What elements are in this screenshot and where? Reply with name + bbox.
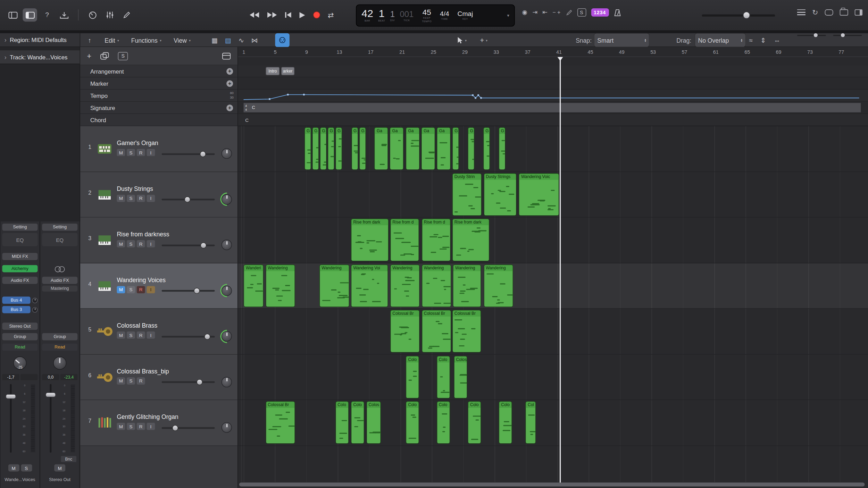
- midi-region[interactable]: Dusty Strin: [452, 173, 482, 216]
- midi-region[interactable]: Colos: [454, 356, 467, 398]
- list-editors-icon[interactable]: [797, 9, 806, 16]
- metronome-icon[interactable]: [614, 9, 621, 16]
- marker-lane[interactable]: [238, 77, 868, 90]
- midi-region[interactable]: Colo: [436, 402, 450, 444]
- chord-lane[interactable]: C: [238, 114, 868, 126]
- track-volume-slider[interactable]: [162, 379, 215, 386]
- channel-fader[interactable]: 0612182430364860: [42, 383, 77, 454]
- record-enable-button[interactable]: R: [137, 240, 145, 247]
- midi-region[interactable]: Wandering: [422, 264, 451, 307]
- mute-button[interactable]: M: [117, 149, 125, 156]
- hide-toolbar-icon[interactable]: ↑: [88, 33, 92, 47]
- midi-region[interactable]: G: [468, 127, 474, 170]
- slider-thumb[interactable]: [172, 425, 178, 431]
- midi-region[interactable]: Colo: [436, 356, 450, 398]
- rewind-button[interactable]: [249, 11, 259, 18]
- automation-icon[interactable]: ∿: [239, 36, 244, 44]
- midi-region[interactable]: Colossal Br: [390, 310, 420, 353]
- quick-help-button[interactable]: ?: [40, 8, 54, 22]
- track-lane-6[interactable]: ColoColoColos: [238, 355, 868, 401]
- record-enable-button[interactable]: R: [137, 195, 145, 202]
- midi-region[interactable]: Rise from d: [422, 219, 450, 261]
- input-monitor-button[interactable]: I: [147, 240, 155, 247]
- track-header-5[interactable]: 5Colossal BrassMSRI: [80, 309, 237, 355]
- midi-region[interactable]: G: [351, 127, 358, 170]
- library-toggle-button[interactable]: [6, 8, 20, 22]
- monitoring-icon[interactable]: ◉: [522, 9, 527, 16]
- mute-button[interactable]: M: [117, 240, 125, 247]
- lcd-mode-chevron-icon[interactable]: ▾: [507, 13, 509, 18]
- send-slot[interactable]: Bus 4: [2, 297, 37, 304]
- midi-region[interactable]: Colo: [335, 402, 349, 444]
- strip-solo-button[interactable]: S: [21, 464, 32, 472]
- midi-region[interactable]: Ga: [375, 127, 388, 170]
- input-monitor-button[interactable]: I: [147, 149, 155, 156]
- channel-pan-knob[interactable]: [53, 356, 66, 370]
- midi-region[interactable]: G: [304, 127, 311, 170]
- record-enable-button[interactable]: R: [137, 286, 145, 293]
- track-header-4[interactable]: 4Wandering VoicesMSRI: [80, 263, 237, 309]
- midi-region[interactable]: Rise from dark: [452, 219, 489, 261]
- notes-icon[interactable]: [825, 9, 833, 16]
- setting-slot[interactable]: Setting: [2, 224, 37, 231]
- track-header-1[interactable]: 1Gamer's OrganMSRI: [80, 126, 237, 172]
- midi-region[interactable]: Wandering: [453, 264, 481, 307]
- midi-region[interactable]: Rise from dark: [351, 219, 389, 261]
- volume-thumb[interactable]: [743, 11, 750, 19]
- mixer-button[interactable]: [102, 8, 117, 22]
- track-header-6[interactable]: 6Colossal Brass_bipMSR: [80, 355, 237, 401]
- midi-region[interactable]: Wandering: [390, 264, 420, 307]
- punch-out-icon[interactable]: ⇤: [542, 9, 548, 16]
- stereo-format-icon[interactable]: [42, 264, 77, 274]
- midi-region[interactable]: Colo: [499, 402, 512, 444]
- input-monitor-button[interactable]: I: [147, 286, 155, 293]
- menu-view[interactable]: View▾: [174, 37, 191, 43]
- arrangement-lane[interactable]: Introarker: [238, 65, 868, 77]
- record-enable-button[interactable]: R: [137, 331, 145, 339]
- input-monitor-button[interactable]: I: [147, 195, 155, 202]
- midi-region[interactable]: G: [327, 127, 334, 170]
- midi-in-button[interactable]: [275, 33, 289, 47]
- disclosure-chevron-icon[interactable]: ›: [5, 36, 7, 43]
- lcd-display[interactable]: 42BAR 1BEAT 1DIV 001TICK 45KEEPTEMPO 4/4…: [356, 5, 515, 27]
- fader-thumb[interactable]: [45, 393, 56, 397]
- record-enable-button[interactable]: R: [137, 423, 145, 430]
- cycle-button[interactable]: ⇄: [328, 11, 334, 19]
- midi-region[interactable]: Wanderi: [244, 264, 264, 307]
- bounce-button[interactable]: Bnc: [61, 456, 76, 462]
- solo-mode-button[interactable]: S: [577, 8, 586, 17]
- midi-region[interactable]: Colo: [351, 402, 364, 444]
- track-inspector-header[interactable]: › Track: Wande...Voices: [0, 50, 80, 64]
- group-slot[interactable]: Group: [42, 333, 77, 340]
- midi-region[interactable]: Wandering Voic: [519, 173, 559, 216]
- global-track-chord[interactable]: Chord: [80, 114, 237, 126]
- track-lane-5[interactable]: Colossal BrColossal BrColossal Br: [238, 309, 868, 355]
- add-signature-icon[interactable]: +: [226, 104, 233, 111]
- vertical-zoom-icon[interactable]: ⇕: [760, 36, 766, 44]
- midi-region[interactable]: Colo: [406, 356, 419, 398]
- read-slot[interactable]: Read: [42, 344, 77, 351]
- track-lane-4[interactable]: WanderiWanderingWanderingWandering VoiWa…: [238, 263, 868, 309]
- midi-region[interactable]: G: [499, 127, 505, 170]
- horizontal-scrollbar[interactable]: [238, 482, 868, 487]
- list-view-icon[interactable]: ▤: [225, 36, 231, 44]
- global-track-tempo[interactable]: Tempo8030: [80, 90, 237, 102]
- signature-lane[interactable]: 44 C: [238, 102, 868, 114]
- midi-region[interactable]: Colossal Br: [452, 310, 481, 353]
- read-slot[interactable]: Read: [2, 344, 37, 351]
- track-volume-slider[interactable]: [162, 424, 215, 431]
- group-slot[interactable]: Group: [2, 333, 37, 340]
- midi-region[interactable]: Colo: [406, 402, 419, 444]
- track-header-2[interactable]: 2Dusty StringsMSRI: [80, 172, 237, 218]
- region-inspector-header[interactable]: › Region: MIDI Defaults: [0, 33, 80, 47]
- solo-button[interactable]: S: [127, 240, 135, 247]
- track-lane-3[interactable]: Rise from darkRise from dRise from dRise…: [238, 218, 868, 263]
- pointer-tool-menu[interactable]: ▾: [457, 33, 467, 47]
- stereo-out-slot[interactable]: Stereo Out: [2, 323, 37, 330]
- midi-region[interactable]: Ga: [422, 127, 435, 170]
- mute-button[interactable]: M: [117, 377, 125, 385]
- track-lane-7[interactable]: Colossal BrColoColoColosColoColoColoColo…: [238, 400, 868, 446]
- track-pan-knob[interactable]: [222, 194, 232, 204]
- strip-mute-button[interactable]: M: [54, 464, 65, 472]
- track-header-3[interactable]: 3Rise from darknessMSRI: [80, 218, 237, 263]
